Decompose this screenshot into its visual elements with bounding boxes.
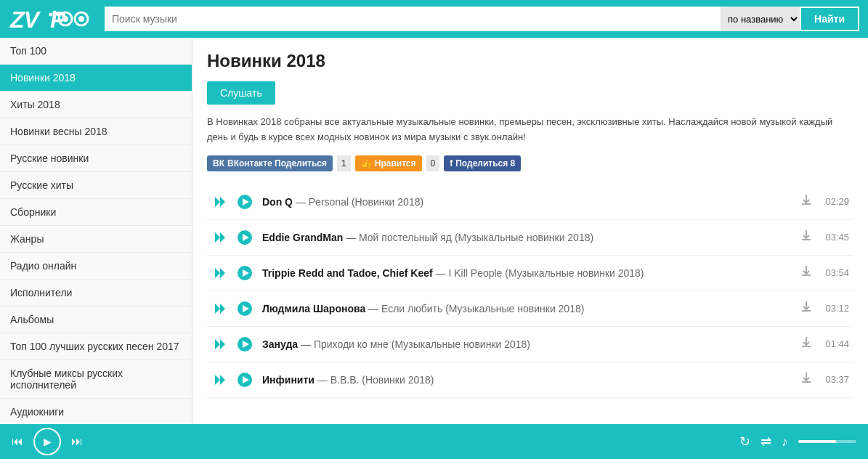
repeat-icon[interactable]: ↻ <box>739 434 750 450</box>
queue-icon <box>213 338 226 351</box>
sidebar-item-rushits[interactable]: Русские хиты <box>0 172 192 199</box>
download-icon <box>800 193 813 206</box>
track-play-btn[interactable] <box>235 298 255 319</box>
download-icon <box>800 336 813 349</box>
sidebar-item-genres[interactable]: Жанры <box>0 226 192 253</box>
search-input[interactable] <box>105 7 721 31</box>
sidebar-item-new2018[interactable]: Новинки 2018 <box>0 65 192 92</box>
track-subtitle: — Personal (Новинки 2018) <box>296 196 423 208</box>
track-download-btn[interactable] <box>797 336 816 352</box>
queue-icon <box>213 231 226 244</box>
track-row: Людмила Шаронова — Если любить (Музыкаль… <box>207 291 853 327</box>
track-artist: Trippie Redd and Tadoe, Chief Keef <box>262 267 433 279</box>
track-row: Инфинити — В.В.В. (Новинки 2018) 03:37 <box>207 362 853 398</box>
vk-count: 1 <box>337 155 351 171</box>
vk-share-button[interactable]: ВК ВКонтакте Поделиться <box>207 155 333 171</box>
fb-share-button[interactable]: f Поделиться 8 <box>444 155 521 171</box>
track-subtitle: — Приходи ко мне (Музыкальные новинки 20… <box>301 338 530 350</box>
listen-button[interactable]: Слушать <box>207 81 275 105</box>
track-title: Eddie GrandMan — Мой постельный яд (Музы… <box>262 232 790 243</box>
volume-slider[interactable] <box>798 440 856 443</box>
play-pause-button[interactable]: ▶ <box>33 428 61 455</box>
track-play-btn[interactable] <box>235 227 255 248</box>
sidebar-item-rusnew[interactable]: Русские новинки <box>0 145 192 172</box>
prev-button[interactable]: ⏮ <box>12 435 23 448</box>
svg-marker-17 <box>215 268 220 278</box>
track-download-btn[interactable] <box>797 193 816 210</box>
shuffle-icon[interactable]: ⇌ <box>760 434 771 450</box>
track-duration: 03:45 <box>823 232 849 243</box>
ok-like-button[interactable]: 👍 Нравится <box>355 155 422 171</box>
sidebar-item-clubmix[interactable]: Клубные миксы русских исполнителей <box>0 360 192 399</box>
logo-svg: ZV P <box>9 6 96 32</box>
track-artist: Зануда <box>262 338 298 350</box>
download-icon <box>800 264 813 277</box>
track-play-btn[interactable] <box>235 192 255 212</box>
page-title: Новинки 2018 <box>207 51 853 71</box>
sidebar-item-compilations[interactable]: Сборники <box>0 199 192 226</box>
search-bar: по названию Найти <box>105 7 859 31</box>
track-subtitle: — Мой постельный яд (Музыкальные новинки… <box>346 232 593 243</box>
play-icon <box>237 194 253 210</box>
svg-text:ZV: ZV <box>9 7 41 32</box>
sidebar-item-hits2018[interactable]: Хиты 2018 <box>0 92 192 118</box>
track-play-btn[interactable] <box>235 370 255 390</box>
sidebar-item-audiobooks[interactable]: Аудиокниги <box>0 399 192 424</box>
player-right: ↻ ⇌ ♪ <box>739 434 856 450</box>
ok-count: 0 <box>426 155 440 171</box>
track-title: Инфинити — В.В.В. (Новинки 2018) <box>262 374 790 386</box>
sidebar-item-spring2018[interactable]: Новинки весны 2018 <box>0 118 192 145</box>
track-download-btn[interactable] <box>797 371 816 388</box>
player-bar: ⏮ ▶ ⏭ ↻ ⇌ ♪ <box>0 424 868 459</box>
header: ZV P по названию Найти <box>0 0 868 38</box>
sidebar-item-top100rus2017[interactable]: Топ 100 лучших русских песен 2017 <box>0 333 192 360</box>
svg-marker-14 <box>220 232 225 243</box>
svg-marker-21 <box>215 304 220 314</box>
svg-marker-30 <box>220 375 225 385</box>
track-title: Зануда — Приходи ко мне (Музыкальные нов… <box>262 338 790 350</box>
track-queue-btn[interactable] <box>211 336 227 352</box>
sidebar: Топ 100Новинки 2018Хиты 2018Новинки весн… <box>0 38 192 424</box>
svg-marker-29 <box>215 375 220 385</box>
track-duration: 03:37 <box>823 374 849 385</box>
volume-icon[interactable]: ♪ <box>782 434 788 450</box>
track-title: Don Q — Personal (Новинки 2018) <box>262 196 790 208</box>
search-type-select[interactable]: по названию <box>721 7 800 31</box>
fb-icon: f <box>450 158 453 168</box>
track-subtitle: — Если любить (Музыкальные новинки 2018) <box>368 303 584 314</box>
search-button[interactable]: Найти <box>800 7 859 31</box>
track-queue-btn[interactable] <box>211 230 227 245</box>
sidebar-item-albums[interactable]: Альбомы <box>0 306 192 333</box>
track-artist: Инфинити <box>262 374 315 386</box>
play-icon <box>237 265 253 281</box>
sidebar-item-artists[interactable]: Исполнители <box>0 280 192 306</box>
track-download-btn[interactable] <box>797 300 816 317</box>
queue-icon <box>213 302 226 315</box>
download-icon <box>800 300 813 313</box>
track-queue-btn[interactable] <box>211 265 227 281</box>
svg-marker-10 <box>220 197 225 207</box>
track-download-btn[interactable] <box>797 264 816 281</box>
track-queue-btn[interactable] <box>211 301 227 317</box>
track-play-btn[interactable] <box>235 263 255 283</box>
track-download-btn[interactable] <box>797 229 816 245</box>
svg-point-6 <box>49 13 53 17</box>
download-icon <box>800 371 813 384</box>
next-button[interactable]: ⏭ <box>71 435 83 448</box>
sidebar-item-radio[interactable]: Радио онлайн <box>0 253 192 280</box>
svg-marker-22 <box>220 304 225 314</box>
volume-fill <box>798 440 836 443</box>
track-queue-btn[interactable] <box>211 372 227 388</box>
svg-marker-26 <box>220 339 225 349</box>
sidebar-item-top100[interactable]: Топ 100 <box>0 38 192 65</box>
track-queue-btn[interactable] <box>211 194 227 210</box>
svg-marker-13 <box>215 232 220 243</box>
svg-marker-25 <box>215 339 220 349</box>
svg-point-4 <box>78 16 84 22</box>
track-artist: Don Q <box>262 196 293 208</box>
track-play-btn[interactable] <box>235 334 255 354</box>
track-duration: 02:29 <box>823 196 849 207</box>
description: В Новинках 2018 собраны все актуальные м… <box>207 115 853 145</box>
track-duration: 03:54 <box>823 267 849 278</box>
track-row: Trippie Redd and Tadoe, Chief Keef — I K… <box>207 256 853 291</box>
